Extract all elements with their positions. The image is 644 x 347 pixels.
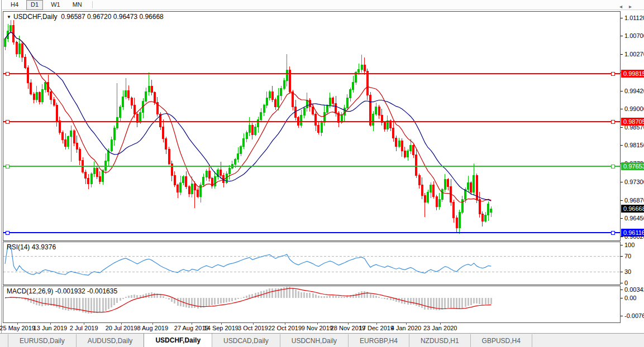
timeframe-toolbar: H4D1W1MN	[2, 0, 644, 10]
date-label: 9 Nov 2019	[302, 325, 333, 331]
date-label: 25 May 2019	[0, 325, 35, 331]
chart-tab-eurgbp[interactable]: EURGBP,H4	[348, 334, 409, 347]
chart-tab-usdcnh[interactable]: USDCNH,Daily	[280, 334, 349, 347]
rsi-axis-label: 70	[624, 253, 631, 259]
symbol-dropdown-icon[interactable]: ▼	[7, 15, 11, 20]
rsi-axis-label: 100	[624, 242, 635, 248]
macd-axis-label: 0.00	[624, 295, 636, 301]
price-badge: 0.96668	[621, 205, 644, 213]
window-edge	[1, 0, 2, 347]
chart-ohlc-values: 0.96587 0.96720 0.96473 0.96668	[61, 13, 164, 21]
tab-scroll-arrows[interactable]: ◂▸	[619, 3, 638, 9]
axis-tick	[621, 245, 623, 245]
axis-tick	[621, 109, 623, 109]
axis-tick	[621, 127, 623, 128]
price-badge: 0.96116	[621, 229, 644, 237]
date-label: 23 Jan 2020	[423, 325, 457, 331]
timeframe-button-d1[interactable]: D1	[26, 0, 43, 10]
line-handle	[6, 231, 9, 234]
timeframe-button-mn[interactable]: MN	[68, 0, 87, 10]
candlestick-series	[4, 20, 492, 234]
date-axis: 25 May 201913 Jun 20192 Jul 201920 Jul 2…	[3, 323, 621, 332]
candlestick-chart-canvas[interactable]	[3, 12, 620, 240]
price-axis-label: 1.01120	[624, 15, 644, 21]
axis-tick	[621, 316, 623, 316]
price-chart-panel[interactable]: ▼USDCHF,Daily 0.96587 0.96720 0.96473 0.…	[3, 11, 621, 241]
timeframe-button-h4[interactable]: H4	[6, 0, 23, 10]
axis-tick	[621, 256, 623, 257]
price-axis-label: 1.00700	[624, 32, 644, 39]
chart-tab-eurusd[interactable]: EURUSD,Daily	[8, 334, 77, 347]
rsi-chart-canvas[interactable]	[3, 242, 620, 285]
date-label: 22 Oct 2019	[268, 325, 302, 331]
chart-tab-bar: EURUSD,DailyAUDUSD,DailyUSDCHF,DailyUSDC…	[0, 333, 644, 347]
price-axis-label: 1.00270	[624, 51, 644, 57]
axis-tick	[621, 237, 623, 237]
axis-tick	[621, 18, 623, 18]
toolbar-separator	[92, 1, 93, 8]
macd-label: MACD(12,26,9) -0.001932 -0.001635	[7, 287, 117, 295]
line-handle	[611, 165, 614, 168]
chart-tab-audusd[interactable]: AUDUSD,Daily	[76, 334, 145, 347]
date-label: 2 Jul 2019	[70, 325, 98, 331]
date-label: 14 Sep 2019	[204, 325, 238, 331]
rsi-indicator-panel[interactable]: RSI(14) 43.9376	[3, 242, 621, 285]
line-handle	[611, 231, 614, 234]
line-handle	[6, 120, 9, 123]
date-label: 20 Jul 2019	[106, 325, 137, 331]
line-handle	[611, 120, 614, 123]
price-axis-label: 0.96450	[624, 215, 644, 221]
axis-tick	[621, 272, 623, 272]
macd-axis-label: -0.007615	[624, 312, 644, 319]
line-handle	[6, 165, 9, 168]
rsi-axis-label: 30	[624, 268, 631, 275]
chart-tab-usdcad[interactable]: USDCAD,Daily	[212, 334, 280, 347]
trading-terminal-window: H4D1W1MN ▼USDCHF,Daily 0.96587 0.96720 0…	[0, 0, 644, 347]
rsi-line	[5, 245, 491, 275]
price-axis-label: 0.99420	[624, 88, 644, 94]
line-handle	[6, 72, 9, 75]
macd-indicator-panel[interactable]: MACD(12,26,9) -0.001932 -0.001635	[3, 286, 621, 323]
axis-tick	[621, 200, 623, 201]
date-label: 17 Dec 2019	[359, 325, 394, 331]
price-scale: 1.011201.007001.002700.998400.994200.990…	[621, 11, 644, 323]
axis-tick	[621, 283, 623, 283]
chart-tab-gbpusd[interactable]: GBPUSD,H4	[470, 334, 532, 347]
chart-symbol: USDCHF,Daily	[13, 13, 58, 21]
chart-tab-nzdusd[interactable]: NZDUSD,H1	[409, 334, 471, 347]
axis-tick	[621, 54, 623, 55]
price-axis-label: 0.99000	[624, 105, 644, 112]
price-axis-label: 0.96870	[624, 197, 644, 204]
date-label: 4 Jan 2020	[391, 325, 421, 331]
price-axis-label: 0.98150	[624, 142, 644, 148]
date-label: 13 Jun 2019	[34, 325, 68, 331]
axis-tick	[621, 218, 623, 219]
date-label: 3 Oct 2019	[238, 325, 268, 331]
axis-tick	[621, 290, 623, 290]
macd-axis-label: 0.003428	[624, 286, 644, 293]
rsi-axis-label: 0	[624, 279, 628, 286]
chart-title: ▼USDCHF,Daily 0.96587 0.96720 0.96473 0.…	[7, 13, 164, 21]
date-label: 8 Aug 2019	[137, 325, 168, 331]
axis-tick	[621, 182, 623, 182]
line-handle	[611, 72, 614, 75]
price-badge: 0.99815	[621, 70, 644, 78]
price-badge: 0.97653	[621, 162, 644, 170]
price-badge: 0.98705	[621, 118, 644, 126]
timeframe-button-w1[interactable]: W1	[46, 0, 65, 10]
rsi-label: RSI(14) 43.9376	[7, 243, 56, 251]
chart-tab-usdchf[interactable]: USDCHF,Daily	[144, 334, 212, 347]
axis-tick	[621, 36, 623, 36]
tab-scroll-right-icon[interactable]: ▸	[629, 3, 638, 9]
price-axis-label: 0.97300	[624, 179, 644, 185]
tab-scroll-left-icon[interactable]: ◂	[619, 3, 629, 9]
axis-tick	[621, 298, 623, 298]
axis-tick	[621, 145, 623, 146]
axis-tick	[621, 91, 623, 91]
